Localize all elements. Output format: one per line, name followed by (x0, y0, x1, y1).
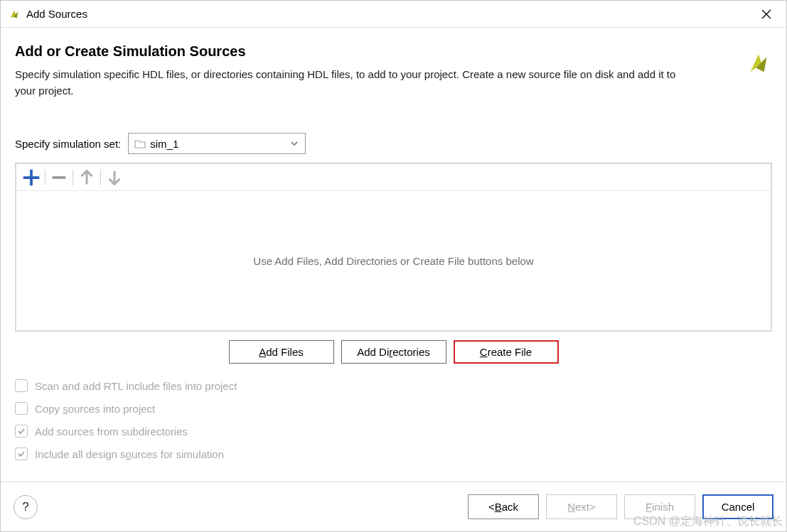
footer-buttons: < Back Next > Finish Cancel (468, 494, 773, 519)
dialog-content: Add or Create Simulation Sources Specify… (1, 28, 786, 482)
finish-button: Finish (624, 494, 695, 519)
toolbar-separator (100, 170, 101, 185)
close-button[interactable] (752, 1, 781, 27)
remove-source-button[interactable] (48, 167, 70, 188)
simulation-set-row: Specify simulation set: sim_1 (15, 133, 772, 154)
chevron-down-icon (289, 139, 299, 148)
header-row: Add or Create Simulation Sources Specify… (15, 43, 772, 99)
arrow-up-icon (76, 167, 97, 188)
include-design-sources-option[interactable]: Include all design sources for simulatio… (15, 447, 772, 460)
arrow-down-icon (104, 167, 125, 188)
scan-rtl-label: Scan and add RTL include files into proj… (35, 380, 237, 392)
titlebar: Add Sources (1, 1, 786, 28)
close-icon (761, 9, 771, 19)
action-button-row: Add Files Add Directories Create File (15, 340, 772, 364)
scan-rtl-option[interactable]: Scan and add RTL include files into proj… (15, 379, 772, 392)
checkbox-checked-icon (15, 425, 28, 438)
checkbox-unchecked-icon (15, 402, 28, 415)
minus-icon (48, 167, 70, 188)
checkbox-checked-icon (15, 447, 28, 460)
list-placeholder-text: Use Add Files, Add Directories or Create… (16, 191, 771, 330)
back-button[interactable]: < Back (468, 494, 539, 519)
next-button: Next > (546, 494, 617, 519)
simulation-set-dropdown[interactable]: sim_1 (128, 133, 306, 154)
simulation-set-value: sim_1 (150, 138, 289, 150)
move-down-button[interactable] (104, 167, 125, 188)
simulation-set-label: Specify simulation set: (15, 138, 121, 150)
add-files-button[interactable]: Add Files (229, 340, 334, 364)
copy-sources-option[interactable]: Copy sources into project (15, 402, 772, 415)
app-icon (8, 8, 21, 21)
move-up-button[interactable] (76, 167, 97, 188)
toolbar-separator (45, 170, 45, 185)
checkbox-unchecked-icon (15, 379, 28, 392)
include-design-sources-label: Include all design sources for simulatio… (35, 448, 224, 460)
help-icon: ? (22, 500, 28, 514)
add-from-subdirs-option[interactable]: Add sources from subdirectories (15, 425, 772, 438)
add-source-button[interactable] (21, 167, 42, 188)
list-toolbar (16, 164, 771, 191)
toolbar-separator (73, 170, 73, 185)
create-file-button[interactable]: Create File (454, 340, 559, 364)
header-text: Add or Create Simulation Sources Specify… (15, 43, 731, 99)
window-title: Add Sources (26, 8, 752, 20)
cancel-button[interactable]: Cancel (702, 494, 773, 519)
page-description: Specify simulation specific HDL files, o… (15, 67, 697, 99)
dialog-footer: ? < Back Next > Finish Cancel (1, 482, 786, 531)
add-directories-button[interactable]: Add Directories (341, 340, 446, 364)
source-list-panel: Use Add Files, Add Directories or Create… (15, 163, 772, 332)
help-button[interactable]: ? (14, 495, 38, 519)
vivado-logo-icon (745, 49, 772, 76)
add-from-subdirs-label: Add sources from subdirectories (35, 425, 188, 438)
page-title: Add or Create Simulation Sources (15, 43, 731, 60)
copy-sources-label: Copy sources into project (35, 403, 155, 415)
folder-icon (134, 138, 146, 149)
options-group: Scan and add RTL include files into proj… (15, 379, 772, 460)
dialog-window: Add Sources Add or Create Simulation Sou… (0, 0, 787, 532)
plus-icon (21, 167, 42, 188)
